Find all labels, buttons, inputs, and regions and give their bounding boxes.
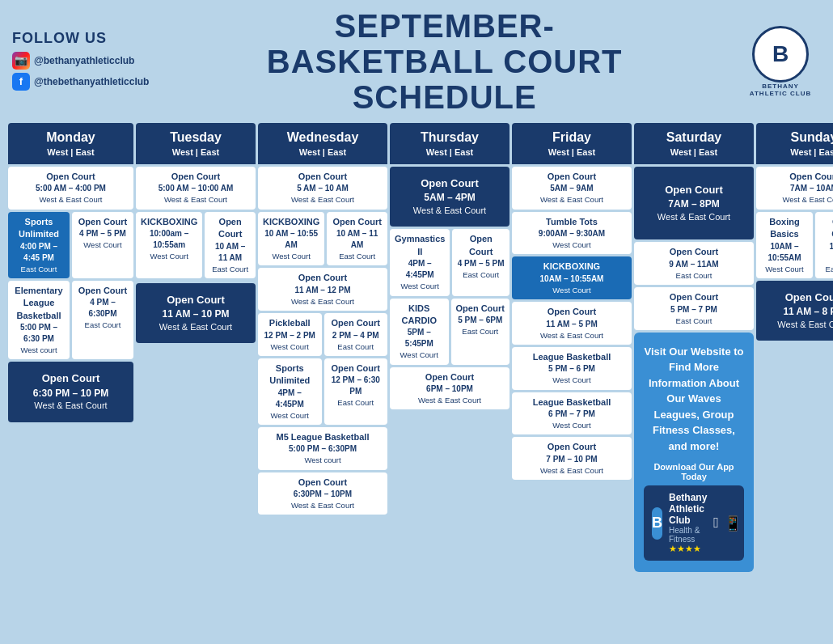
fri-tumble-tots: Tumble Tots 9:00AM – 9:30AM West Court	[512, 212, 632, 255]
page-title-block: SEPTEMBER- BASKETBALL COURT SCHEDULE	[149, 8, 740, 115]
mon-row2: Sports Unlimited 4:00 PM – 4:45 PM East …	[8, 212, 133, 278]
wed-row2: KICKBOXING 10 AM – 10:55 AM West Court O…	[258, 212, 387, 266]
wednesday-col: Open Court 5 AM – 10 AM West & East Cour…	[258, 167, 387, 515]
tuesday-col: Open Court 5:00 AM – 10:00 AM West & Eas…	[136, 167, 256, 343]
thu-open-court-2: Open Court 4 PM – 5 PM East Court	[452, 229, 510, 295]
sun-open-court-2: Open Court 10AM – 11AM East Court	[815, 212, 833, 278]
mon-open-court-last: Open Court 6:30 PM – 10 PM West & East C…	[8, 362, 133, 422]
download-label: Download Our App Today	[644, 462, 744, 481]
header-wednesday: Wednesday West | East	[258, 123, 387, 164]
header-tuesday: Tuesday West | East	[136, 123, 256, 164]
header-saturday: Saturday West | East	[634, 123, 754, 164]
app-info: Bethany Athletic Club Health & Fitness ★…	[669, 492, 707, 554]
instagram-handle: @bethanyathleticclub	[34, 55, 134, 66]
info-text: Visit Our Website to Find More Informati…	[644, 344, 744, 455]
wed-m5-league: M5 League Basketball 5:00 PM – 6:30PM We…	[258, 427, 387, 470]
sun-open-court-1: Open Court 7AM – 10AM West & East Court	[756, 167, 833, 210]
fri-open-court-1: Open Court 5AM – 9AM West & East Court	[512, 167, 632, 210]
fri-kickboxing: KICKBOXING 10AM – 10:55AM West Court	[512, 256, 632, 299]
thu-open-court-1: Open Court 5AM – 4PM West & East Court	[390, 167, 510, 227]
mon-open-court-1: Open Court 5:00 AM – 4:00 PM West & East…	[8, 167, 133, 210]
thu-gymnastics: Gymnastics II 4PM – 4:45PM West Court	[390, 229, 450, 295]
wed-sports-unlimited: Sports Unlimited 4PM – 4:45PM West Court	[258, 358, 322, 425]
mon-open-court-2: Open Court 4 PM – 5 PM West Court	[72, 212, 133, 278]
wed-kickboxing: KICKBOXING 10 AM – 10:55 AM West Court	[258, 212, 324, 266]
info-section: Visit Our Website to Find More Informati…	[634, 333, 754, 573]
facebook-handle: @thebethanyathleticclub	[34, 76, 149, 87]
fri-open-court-2: Open Court 11 AM – 5 PM West & East Cour…	[512, 302, 632, 345]
monday-col: Open Court 5:00 AM – 4:00 PM West & East…	[8, 167, 133, 422]
header-thursday: Thursday West | East	[390, 123, 510, 164]
instagram-icon: 📷	[12, 52, 30, 70]
sunday-col: Open Court 7AM – 10AM West & East Court …	[756, 167, 833, 341]
sun-open-court-last: Open Court 11 AM – 8 PM West & East Cour…	[756, 281, 833, 341]
mon-row3: Elementary League Basketball 5:00 PM – 6…	[8, 281, 133, 359]
app-logo: B	[652, 507, 662, 540]
logo-name: BETHANY	[762, 83, 799, 90]
app-store-icons:  📱	[713, 515, 742, 532]
friday-col: Open Court 5AM – 9AM West & East Court T…	[512, 167, 632, 480]
app-download-block[interactable]: B Bethany Athletic Club Health & Fitness…	[644, 485, 744, 561]
header-sunday: Sunday West | East	[756, 123, 833, 164]
page-title: SEPTEMBER- BASKETBALL COURT SCHEDULE	[149, 8, 740, 115]
wed-pickleball: Pickleball 12 PM – 2 PM West Court	[258, 313, 322, 356]
thu-row3: KIDS CARDIO 5PM – 5:45PM West Court Open…	[390, 299, 510, 365]
instagram-item[interactable]: 📷 @bethanyathleticclub	[12, 52, 149, 70]
tue-open-court-2: Open Court 10 AM – 11 AM East Court	[205, 212, 256, 278]
wed-open-court-1: Open Court 5 AM – 10 AM West & East Cour…	[258, 167, 387, 210]
thu-open-court-last: Open Court 6PM – 10PM West & East Court	[390, 367, 510, 410]
apple-icon: 	[713, 515, 719, 532]
wed-open-court-2: Open Court 10 AM – 11 AM East Court	[327, 212, 387, 266]
wed-open-court-5: Open Court 12 PM – 6:30 PM East Court	[324, 358, 388, 425]
sat-open-court-2: Open Court 5 PM – 7 PM East Court	[634, 287, 754, 330]
schedule-container: Monday West | East Tuesday West | East W…	[8, 123, 825, 572]
facebook-item[interactable]: f @thebethanyathleticclub	[12, 73, 149, 91]
fri-league-basketball-2: League Basketball 6 PM – 7 PM West Court	[512, 392, 632, 435]
header-friday: Friday West | East	[512, 123, 632, 164]
sat-open-court-1: Open Court 9 AM – 11AM East Court	[634, 242, 754, 285]
fri-open-court-last: Open Court 7 PM – 10 PM West & East Cour…	[512, 437, 632, 480]
thu-open-court-3: Open Court 5 PM – 6PM East Court	[451, 299, 510, 365]
fri-league-basketball-1: League Basketball 5 PM – 6 PM West Court	[512, 347, 632, 390]
wed-pickleball-row: Pickleball 12 PM – 2 PM West Court Open …	[258, 313, 387, 356]
header-monday: Monday West | East	[8, 123, 133, 164]
wed-open-court-4: Open Court 2 PM – 4 PM East Court	[324, 313, 388, 356]
logo-sub: ATHLETIC CLUB	[750, 90, 811, 97]
thu-row2: Gymnastics II 4PM – 4:45PM West Court Op…	[390, 229, 510, 295]
sun-row2: Boxing Basics 10AM – 10:55AM West Court …	[756, 212, 833, 278]
schedule-body: Open Court 5:00 AM – 4:00 PM West & East…	[8, 167, 825, 572]
follow-us-section: FOLLOW US 📷 @bethanyathleticclub f @theb…	[12, 30, 149, 94]
logo-block: B BETHANY ATHLETIC CLUB	[740, 26, 821, 97]
saturday-col: Open Court 7AM – 8PM West & East Court O…	[634, 167, 754, 572]
follow-us-title: FOLLOW US	[12, 30, 149, 47]
thursday-col: Open Court 5AM – 4PM West & East Court G…	[390, 167, 510, 409]
thu-kids-cardio: KIDS CARDIO 5PM – 5:45PM West Court	[390, 299, 449, 365]
sat-open-court-main: Open Court 7AM – 8PM West & East Court	[634, 167, 754, 239]
wed-open-court-last: Open Court 6:30PM – 10PM West & East Cou…	[258, 472, 387, 515]
sun-boxing-basics: Boxing Basics 10AM – 10:55AM West Court	[756, 212, 813, 278]
tue-kickboxing: KICKBOXING 10:00am – 10:55am West Court	[136, 212, 202, 278]
android-icon: 📱	[724, 515, 742, 532]
bethany-logo: B	[752, 26, 809, 83]
wed-sports-row: Sports Unlimited 4PM – 4:45PM West Court…	[258, 358, 387, 425]
day-headers-row: Monday West | East Tuesday West | East W…	[8, 123, 825, 164]
tue-open-court-last: Open Court 11 AM – 10 PM West & East Cou…	[136, 283, 256, 343]
mon-elementary-league: Elementary League Basketball 5:00 PM – 6…	[8, 281, 70, 359]
mon-open-court-3: Open Court 4 PM – 6:30PM East Court	[72, 281, 133, 359]
tue-row2: KICKBOXING 10:00am – 10:55am West Court …	[136, 212, 256, 278]
wed-open-court-3: Open Court 11 AM – 12 PM West & East Cou…	[258, 268, 387, 311]
tue-open-court-1: Open Court 5:00 AM – 10:00 AM West & Eas…	[136, 167, 256, 210]
mon-sports-unlimited: Sports Unlimited 4:00 PM – 4:45 PM East …	[8, 212, 70, 278]
facebook-icon: f	[12, 73, 30, 91]
